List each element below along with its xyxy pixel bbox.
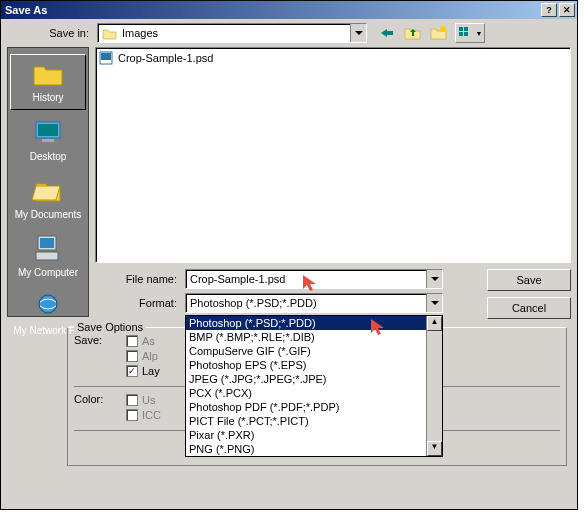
view-menu-icon[interactable]: ▼ <box>455 23 485 43</box>
svg-rect-5 <box>464 32 468 36</box>
format-dropdown-list[interactable]: Photoshop (*.PSD;*.PDD) BMP (*.BMP;*.RLE… <box>185 315 443 457</box>
save-in-value: Images <box>122 27 158 39</box>
format-option[interactable]: PNG (*.PNG) <box>186 442 442 456</box>
file-item[interactable]: Crop-Sample-1.psd <box>99 51 567 65</box>
dropdown-scrollbar[interactable]: ▲ ▼ <box>426 316 442 456</box>
file-list[interactable]: Crop-Sample-1.psd <box>95 47 571 263</box>
documents-icon <box>32 176 64 204</box>
place-label: History <box>11 92 85 103</box>
svg-rect-3 <box>464 27 468 31</box>
desktop-icon <box>32 118 64 146</box>
format-option[interactable]: PCX (*.PCX) <box>186 386 442 400</box>
place-desktop[interactable]: Desktop <box>10 114 86 168</box>
computer-icon <box>32 234 64 262</box>
place-label: My Computer <box>10 267 86 278</box>
save-in-combo[interactable]: Images <box>97 23 367 43</box>
checkbox-as-copy[interactable]: As <box>126 335 160 347</box>
format-option[interactable]: PICT File (*.PCT;*.PICT) <box>186 414 442 428</box>
titlebar: Save As ? ✕ <box>1 1 577 19</box>
folder-open-icon <box>102 26 118 40</box>
filename-label: File name: <box>95 273 185 285</box>
new-folder-icon[interactable] <box>429 23 449 43</box>
format-option[interactable]: Photoshop EPS (*.EPS) <box>186 358 442 372</box>
svg-point-1 <box>440 26 446 32</box>
place-mydocuments[interactable]: My Documents <box>10 172 86 226</box>
back-icon[interactable] <box>377 23 397 43</box>
format-option[interactable]: Photoshop (*.PSD;*.PDD) <box>186 316 442 330</box>
filename-value: Crop-Sample-1.psd <box>190 273 285 285</box>
place-label: My Documents <box>10 209 86 220</box>
checkbox-use-proof[interactable]: Us <box>126 394 161 406</box>
svg-rect-11 <box>36 252 58 260</box>
up-folder-icon[interactable] <box>403 23 423 43</box>
svg-rect-14 <box>101 53 111 60</box>
cursor-arrow-icon <box>301 273 321 293</box>
save-sublabel: Save: <box>74 332 126 380</box>
format-option[interactable]: Pixar (*.PXR) <box>186 428 442 442</box>
place-history[interactable]: History <box>10 54 86 110</box>
checkbox-layers[interactable]: ✓Lay <box>126 365 160 377</box>
save-as-dialog: Save As ? ✕ Save in: Images ▼ <box>0 0 578 510</box>
save-options-legend: Save Options <box>74 321 146 333</box>
window-title: Save As <box>5 4 539 16</box>
format-label: Format: <box>95 297 185 309</box>
svg-rect-8 <box>42 139 54 142</box>
svg-point-12 <box>39 295 57 313</box>
place-mycomputer[interactable]: My Computer <box>10 230 86 284</box>
network-icon <box>32 292 64 320</box>
history-icon <box>32 59 64 87</box>
help-button[interactable]: ? <box>541 3 557 17</box>
checkbox-alpha[interactable]: Alp <box>126 350 160 362</box>
svg-rect-0 <box>386 31 393 35</box>
svg-rect-4 <box>459 32 463 36</box>
format-value: Photoshop (*.PSD;*.PDD) <box>190 297 317 309</box>
format-option[interactable]: CompuServe GIF (*.GIF) <box>186 344 442 358</box>
format-option[interactable]: JPEG (*.JPG;*.JPEG;*.JPE) <box>186 372 442 386</box>
psd-file-icon <box>99 51 115 65</box>
cursor-arrow-icon <box>369 317 389 337</box>
svg-rect-7 <box>38 124 58 136</box>
svg-rect-2 <box>459 27 463 31</box>
places-bar: History Desktop My Documents My Computer… <box>7 47 89 317</box>
format-option[interactable]: BMP (*.BMP;*.RLE;*.DIB) <box>186 330 442 344</box>
cancel-button[interactable]: Cancel <box>487 297 571 319</box>
format-option[interactable]: Photoshop PDF (*.PDF;*.PDP) <box>186 400 442 414</box>
place-label: Desktop <box>10 151 86 162</box>
save-in-label: Save in: <box>7 27 97 39</box>
color-sublabel: Color: <box>74 391 126 424</box>
checkbox-icc[interactable]: ICC <box>126 409 161 421</box>
svg-rect-10 <box>40 238 54 248</box>
file-item-name: Crop-Sample-1.psd <box>118 52 213 64</box>
close-button[interactable]: ✕ <box>559 3 575 17</box>
format-combo[interactable]: Photoshop (*.PSD;*.PDD) <box>185 293 443 313</box>
save-button[interactable]: Save <box>487 269 571 291</box>
